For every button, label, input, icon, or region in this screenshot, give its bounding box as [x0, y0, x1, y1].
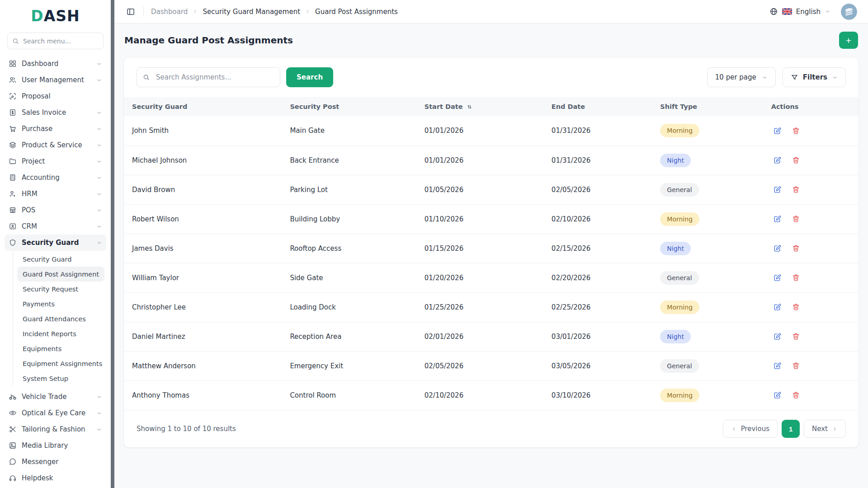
sidebar-item-crm[interactable]: CRM	[5, 218, 106, 235]
topbar-divider	[143, 7, 144, 17]
edit-button[interactable]	[771, 125, 783, 137]
sidebar-subitem-equipment-assignments[interactable]: Equipment Assignments	[17, 356, 104, 371]
sidebar-item-label: Sales Invoice	[22, 108, 66, 117]
assignments-table: Security GuardSecurity PostStart DateEnd…	[124, 97, 859, 410]
sidebar-item-tailoring-fashion[interactable]: Tailoring & Fashion	[5, 421, 106, 437]
sidebar-toggle-icon[interactable]	[125, 6, 136, 17]
language-label[interactable]: English	[796, 8, 821, 16]
sidebar-subitem-payments[interactable]: Payments	[17, 296, 104, 311]
breadcrumb-item-guard-post-assignments[interactable]: Guard Post Assignments	[315, 8, 398, 16]
add-assignment-button[interactable]: +	[839, 32, 858, 49]
delete-button[interactable]	[790, 242, 802, 254]
edit-button[interactable]	[771, 301, 783, 313]
sidebar-item-vehicle-trade[interactable]: Vehicle Trade	[5, 389, 106, 405]
edit-button[interactable]	[771, 330, 783, 343]
sidebar-subitem-incident-reports[interactable]: Incident Reports	[17, 326, 104, 341]
delete-button[interactable]	[790, 183, 802, 196]
cell-end-date: 01/31/2026	[543, 116, 652, 145]
edit-button[interactable]	[771, 360, 783, 372]
sidebar-item-plan[interactable]: Plan	[5, 486, 106, 488]
sidebar-item-label: Media Library	[22, 441, 68, 450]
sidebar-subitem-security-request[interactable]: Security Request	[17, 282, 104, 296]
chev-down-icon	[96, 159, 102, 164]
cell-start-date: 01/10/2026	[416, 204, 543, 234]
shift-badge: Night	[660, 154, 691, 167]
sidebar-item-product-service[interactable]: Product & Service	[5, 137, 106, 153]
chevron-left-icon	[731, 426, 737, 432]
cell-actions	[763, 116, 859, 145]
sidebar-item-dashboard[interactable]: Dashboard	[5, 56, 106, 72]
chev-down-icon	[96, 191, 102, 197]
shift-badge: Morning	[660, 212, 699, 226]
previous-page-button[interactable]: Previous	[723, 420, 778, 438]
sidebar-item-accounting[interactable]: Accounting	[5, 169, 106, 186]
sidebar-item-messenger[interactable]: Messenger	[5, 454, 106, 470]
sidebar-subitem-guard-post-assignment[interactable]: Guard Post Assignment	[17, 267, 104, 282]
cell-security-guard: Matthew Anderson	[124, 351, 282, 380]
delete-button[interactable]	[790, 272, 802, 284]
edit-button[interactable]	[771, 272, 783, 284]
delete-button[interactable]	[790, 360, 802, 372]
table-row: David BrownParking Lot01/05/202602/05/20…	[124, 175, 859, 204]
edit-button[interactable]	[771, 389, 783, 401]
cell-security-post: Control Room	[282, 380, 416, 410]
sidebar-item-user-management[interactable]: User Management	[5, 72, 106, 88]
sidebar-item-pos[interactable]: POS	[5, 202, 106, 218]
delete-button[interactable]	[790, 213, 802, 225]
breadcrumb-item-dashboard[interactable]: Dashboard	[151, 8, 188, 16]
column-header-end-date: End Date	[543, 97, 652, 116]
cell-end-date: 02/15/2026	[543, 234, 652, 263]
next-page-button[interactable]: Next	[804, 420, 846, 438]
sidebar-subitem-security-guard[interactable]: Security Guard	[17, 252, 104, 267]
table-header-row: Security GuardSecurity PostStart DateEnd…	[124, 97, 859, 116]
per-page-select[interactable]: 10 per page	[707, 67, 776, 87]
globe-icon[interactable]	[769, 7, 778, 16]
uk-flag-icon	[782, 8, 792, 15]
cell-security-guard: Christopher Lee	[124, 292, 282, 322]
sidebar-subitem-system-setup[interactable]: System Setup	[17, 371, 104, 386]
pagination: Previous 1 Next	[723, 420, 846, 438]
sidebar-item-media-library[interactable]: Media Library	[5, 437, 106, 454]
delete-button[interactable]	[790, 389, 802, 401]
delete-button[interactable]	[790, 330, 802, 343]
search-button[interactable]: Search	[286, 67, 333, 87]
sort-icon[interactable]	[466, 103, 473, 110]
filters-button[interactable]: Filters	[783, 67, 846, 87]
cell-security-post: Main Gate	[282, 116, 416, 145]
breadcrumb-item-security-guard-management[interactable]: Security Guard Management	[203, 8, 300, 16]
delete-button[interactable]	[790, 154, 802, 166]
sidebar-item-hrm[interactable]: HRM	[5, 186, 106, 202]
proposal-icon	[9, 92, 17, 100]
chevron-down-icon[interactable]	[825, 9, 830, 14]
edit-button[interactable]	[771, 183, 783, 196]
delete-button[interactable]	[790, 125, 802, 137]
sidebar-scrollbar[interactable]	[111, 0, 114, 488]
cell-end-date: 02/20/2026	[543, 263, 652, 292]
edit-button[interactable]	[771, 154, 783, 166]
column-header-start-date[interactable]: Start Date	[416, 97, 543, 116]
card-footer: Showing 1 to 10 of 10 results Previous 1…	[124, 410, 859, 447]
cell-start-date: 01/15/2026	[416, 234, 543, 263]
sidebar-item-helpdesk[interactable]: Helpdesk	[5, 470, 106, 486]
sidebar-search-input[interactable]	[7, 33, 104, 49]
assignments-card: Search 10 per page Filters	[123, 57, 859, 448]
sidebar-subitem-equipments[interactable]: Equipments	[17, 341, 104, 356]
sidebar-item-sales-invoice[interactable]: Sales Invoice	[5, 104, 106, 121]
cell-security-post: Parking Lot	[282, 175, 416, 204]
sidebar-item-project[interactable]: Project	[5, 153, 106, 169]
sidebar-item-proposal[interactable]: Proposal	[5, 88, 106, 104]
sidebar-item-purchase[interactable]: Purchase	[5, 121, 106, 137]
cell-start-date: 02/05/2026	[416, 351, 543, 380]
sidebar-item-label: Accounting	[22, 174, 60, 182]
avatar[interactable]	[841, 4, 857, 20]
page-number-button[interactable]: 1	[782, 420, 800, 438]
edit-button[interactable]	[771, 242, 783, 254]
sidebar-item-security-guard[interactable]: Security Guard	[5, 235, 106, 251]
filters-label: Filters	[803, 73, 827, 81]
sidebar-subitem-guard-attendances[interactable]: Guard Attendances	[17, 311, 104, 326]
edit-button[interactable]	[771, 213, 783, 225]
assignment-search-input[interactable]	[137, 67, 280, 87]
delete-button[interactable]	[790, 301, 802, 313]
page-title: Manage Guard Post Assignments	[124, 35, 293, 46]
sidebar-item-optical-eye-care[interactable]: Optical & Eye Care	[5, 405, 106, 421]
